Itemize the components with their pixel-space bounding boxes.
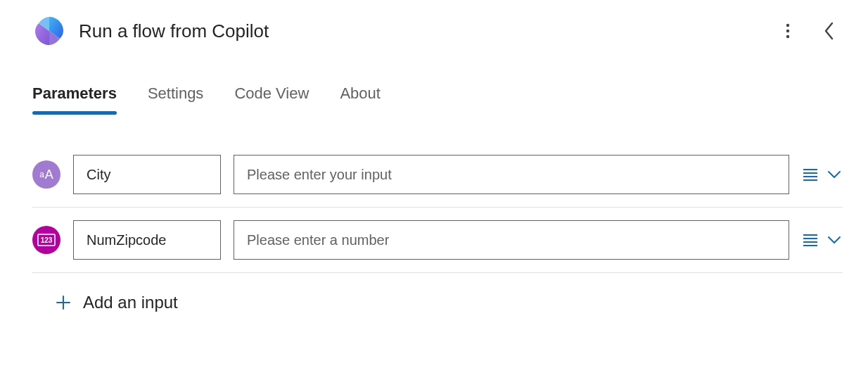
- lines-icon: [803, 168, 818, 181]
- field-options-dropdown[interactable]: [826, 231, 843, 248]
- more-vertical-icon: [786, 23, 790, 39]
- field-options-dropdown[interactable]: [826, 166, 843, 183]
- parameter-name-input[interactable]: [73, 155, 221, 194]
- text-type-icon: aA: [32, 160, 60, 189]
- lines-icon: [803, 234, 818, 246]
- chevron-left-icon: [823, 21, 834, 41]
- tab-settings[interactable]: Settings: [148, 84, 204, 113]
- field-format-button[interactable]: [802, 166, 819, 183]
- tab-bar: Parameters Settings Code View About: [32, 84, 843, 113]
- add-input-button[interactable]: Add an input: [53, 273, 843, 332]
- tab-parameters[interactable]: Parameters: [32, 84, 117, 113]
- parameter-row: 123: [32, 208, 843, 273]
- add-input-label: Add an input: [83, 293, 178, 312]
- panel-title: Run a flow from Copilot: [79, 20, 761, 42]
- parameter-name-input[interactable]: [73, 220, 221, 260]
- chevron-down-icon: [827, 236, 841, 244]
- number-type-icon: 123: [32, 226, 60, 254]
- parameter-value-input[interactable]: [234, 220, 789, 260]
- field-format-button[interactable]: [802, 231, 819, 248]
- copilot-logo-icon: [32, 14, 66, 48]
- chevron-down-icon: [827, 170, 841, 179]
- parameter-row: aA: [32, 142, 843, 208]
- svg-point-1: [786, 30, 789, 32]
- tab-code-view[interactable]: Code View: [234, 84, 309, 113]
- svg-text:123: 123: [41, 236, 53, 244]
- tab-about[interactable]: About: [340, 84, 381, 113]
- svg-point-0: [786, 24, 789, 27]
- panel-header: Run a flow from Copilot: [32, 14, 843, 48]
- collapse-panel-button[interactable]: [815, 17, 843, 45]
- parameter-value-input[interactable]: [234, 155, 789, 194]
- more-options-button[interactable]: [774, 17, 802, 45]
- svg-point-2: [786, 35, 789, 38]
- plus-icon: [53, 293, 73, 312]
